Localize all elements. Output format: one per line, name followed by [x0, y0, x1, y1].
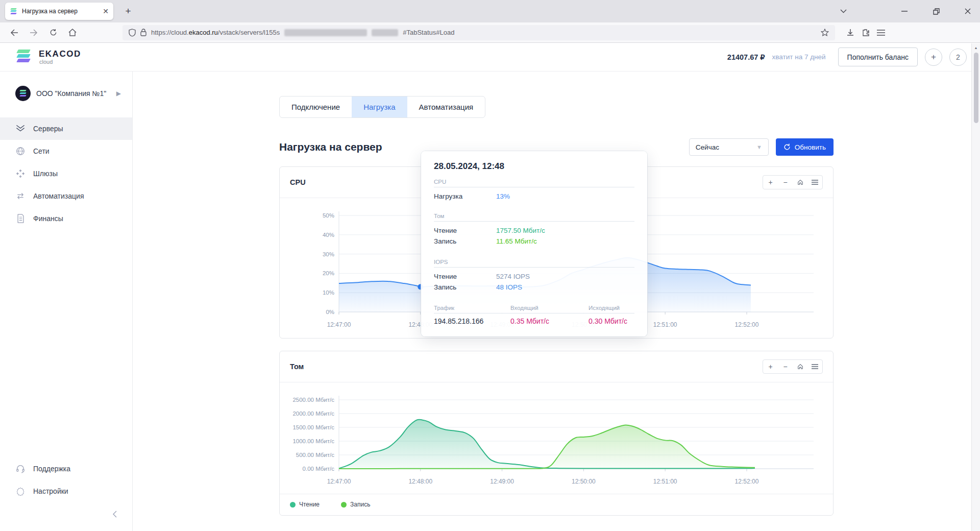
scroll-up-icon[interactable]: ▲ [974, 46, 978, 50]
chevron-left-icon [113, 511, 117, 518]
company-selector[interactable]: ООО "Компания №1" ▶ [0, 83, 132, 104]
tab-connection[interactable]: Подключение [280, 96, 352, 117]
sidebar-item-gateways[interactable]: Шлюзы [0, 162, 132, 185]
svg-text:50%: 50% [323, 212, 334, 219]
reload-icon[interactable] [45, 25, 61, 40]
svg-text:12:52:00: 12:52:00 [735, 321, 759, 328]
forward-icon[interactable] [26, 25, 42, 40]
sidebar-item-finance[interactable]: Финансы [0, 207, 132, 230]
chart-menu-icon[interactable] [807, 360, 822, 373]
tooltip-datetime: 28.05.2024, 12:48 [434, 161, 634, 172]
url-redacted-segment [372, 29, 398, 36]
tab-automation[interactable]: Автоматизация [407, 96, 485, 117]
shield-icon[interactable] [129, 29, 136, 37]
svg-text:2500.00 Мбит/с: 2500.00 Мбит/с [292, 397, 334, 403]
volume-read-value: 1757.50 Мбит/с [496, 225, 545, 236]
volume-chart[interactable]: 0.00 Мбит/с500.00 Мбит/с1000.00 Мбит/с15… [290, 389, 824, 490]
app-header: EKACOD cloud 21407.67 ₽ хватит на 7 дней… [0, 43, 980, 71]
refresh-icon [783, 143, 791, 151]
downloads-icon[interactable] [846, 29, 854, 37]
cpu-card-title: CPU [290, 178, 306, 186]
zoom-in-icon[interactable]: + [763, 176, 778, 189]
volume-write-value: 11.65 Мбит/с [496, 236, 537, 247]
window-close-icon[interactable] [960, 3, 976, 19]
url-bar[interactable]: https://cloud.ekacod.ru/vstack/servers/l… [122, 25, 835, 40]
topup-balance-button[interactable]: Пополнить баланс [838, 47, 918, 66]
window-restore-icon[interactable] [928, 3, 944, 19]
gateway-arrows-icon [15, 168, 26, 179]
sidebar-item-label: Шлюзы [33, 170, 58, 178]
ekacod-logo[interactable]: EKACOD cloud [15, 50, 81, 65]
company-name: ООО "Компания №1" [36, 89, 106, 98]
tab-close-icon[interactable]: ✕ [103, 8, 109, 15]
balance-note: хватит на 7 дней [772, 53, 826, 61]
extensions-puzzle-icon[interactable] [862, 29, 870, 37]
sidebar-item-servers[interactable]: Серверы [0, 117, 132, 140]
volume-card-title: Том [290, 363, 304, 371]
svg-text:500.00 Мбит/с: 500.00 Мбит/с [296, 452, 334, 458]
home-icon[interactable] [64, 25, 81, 40]
chart-tooltip: 28.05.2024, 12:48 CPU Нагрузка 13% Том Ч… [421, 151, 647, 336]
legend-write-dot [341, 502, 347, 508]
svg-text:1000.00 Мбит/с: 1000.00 Мбит/с [292, 438, 334, 444]
tooltip-section-cpu: CPU [434, 179, 634, 187]
svg-text:30%: 30% [323, 251, 334, 257]
iops-write-value: 48 IOPS [496, 282, 522, 293]
sidebar-item-networks[interactable]: Сети [0, 140, 132, 162]
zoom-out-icon[interactable]: − [778, 360, 793, 373]
url-hash: #TabStatus#Load [403, 29, 454, 36]
server-tabs: Подключение Нагрузка Автоматизация [279, 96, 485, 118]
sidebar-item-automation[interactable]: Автоматизация [0, 185, 132, 207]
bookmark-star-icon[interactable] [821, 29, 829, 36]
tab-title: Нагрузка на сервер [22, 8, 99, 15]
svg-text:12:47:00: 12:47:00 [327, 478, 351, 485]
tab-load[interactable]: Нагрузка [352, 96, 407, 117]
page-scrollbar[interactable]: ▲ [971, 43, 980, 531]
cpu-load-value: 13% [496, 191, 510, 202]
page-title: Нагрузка на сервер [279, 141, 382, 153]
company-avatar [15, 86, 31, 101]
lock-icon[interactable] [140, 29, 146, 36]
zoom-out-icon[interactable]: − [778, 176, 793, 189]
volume-chart-legend: Чтение Запись [280, 494, 833, 515]
new-tab-button[interactable]: + [120, 4, 136, 19]
browser-tab[interactable]: Нагрузка на сервер ✕ [5, 3, 113, 20]
svg-text:12:48:00: 12:48:00 [408, 478, 432, 485]
legend-read[interactable]: Чтение [290, 501, 320, 508]
gear-icon [15, 486, 26, 496]
menu-hamburger-icon[interactable] [877, 30, 885, 36]
servers-icon [15, 124, 26, 134]
browser-toolbar: https://cloud.ekacod.ru/vstack/servers/l… [0, 22, 980, 43]
swap-arrows-icon [15, 191, 26, 201]
refresh-button[interactable]: Обновить [776, 138, 834, 156]
chart-menu-icon[interactable] [807, 176, 822, 189]
legend-write[interactable]: Запись [341, 501, 370, 508]
tooltip-section-iops: IOPS [434, 259, 634, 268]
brand-sub: cloud [39, 59, 81, 65]
sidebar-item-label: Поддержка [33, 465, 70, 473]
scrollbar-thumb[interactable] [974, 53, 978, 123]
back-icon[interactable] [6, 25, 22, 40]
chevron-right-icon: ▶ [116, 90, 121, 97]
reset-axes-home-icon[interactable] [793, 176, 807, 189]
svg-text:12:52:00: 12:52:00 [735, 478, 759, 485]
sidebar-item-settings[interactable]: Настройки [0, 480, 132, 502]
svg-text:40%: 40% [323, 232, 334, 238]
time-range-select[interactable]: Сейчас ▼ [689, 138, 769, 156]
sidebar-item-label: Сети [33, 147, 50, 155]
tab-list-chevron-icon[interactable] [835, 3, 851, 19]
main-area: Подключение Нагрузка Автоматизация Нагру… [133, 71, 980, 531]
sidebar-item-support[interactable]: Поддержка [0, 457, 132, 480]
balance-amount: 21407.67 ₽ [727, 53, 765, 61]
sidebar-collapse-button[interactable] [0, 502, 132, 526]
notifications-badge[interactable]: 2 [949, 49, 967, 66]
volume-chart-toolbar: + − [763, 359, 823, 374]
sidebar-item-label: Серверы [33, 125, 63, 133]
reset-axes-home-icon[interactable] [793, 360, 807, 373]
window-minimize-icon[interactable] [896, 3, 913, 19]
traffic-in-value: 0.35 Мбит/с [510, 317, 589, 325]
tooltip-section-volume: Том [434, 213, 634, 222]
zoom-in-icon[interactable]: + [763, 360, 778, 373]
add-button[interactable]: + [925, 49, 942, 66]
cpu-chart-toolbar: + − [763, 175, 823, 189]
